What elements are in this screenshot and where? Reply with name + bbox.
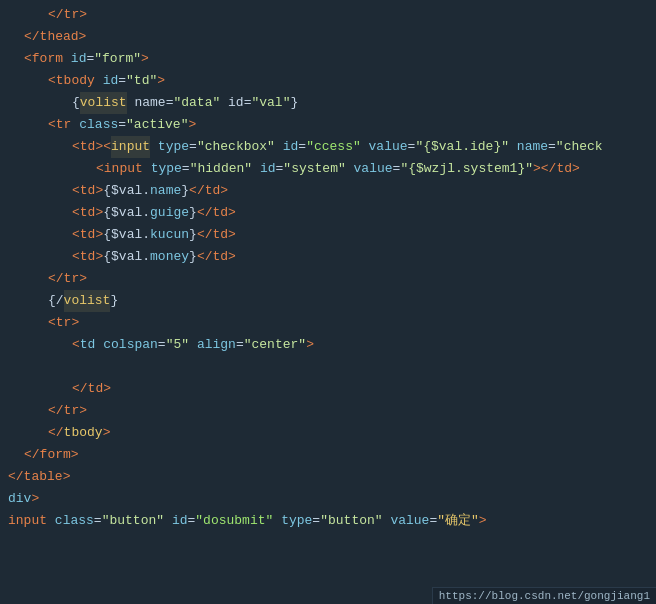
var-token: kucun [150, 224, 189, 246]
tag-token: </ [48, 422, 64, 444]
text-token [361, 136, 369, 158]
tag-token: < [24, 48, 32, 70]
text-token [164, 510, 172, 532]
url-text: https://blog.csdn.net/gongjiang1 [439, 590, 650, 602]
attr-token: type [281, 510, 312, 532]
attr-token: id [172, 510, 188, 532]
text-token: = [158, 334, 166, 356]
tag-token: > [71, 312, 79, 334]
value-token: "val" [251, 92, 290, 114]
attr-token: colspan [103, 334, 158, 356]
keyword-token: td [80, 202, 96, 224]
tag-token: </ [48, 400, 64, 422]
tag-token: < [48, 70, 56, 92]
confirm-value-token: "确定" [437, 510, 479, 532]
tag-token: </ [197, 202, 213, 224]
text-token [383, 510, 391, 532]
attr-token: id [283, 136, 299, 158]
tag-token: > [228, 224, 236, 246]
keyword-token: td [80, 246, 96, 268]
code-line: <form id="form"> [0, 48, 656, 70]
attr-token: id [103, 70, 119, 92]
tag-token: < [96, 158, 104, 180]
tag-token: > [228, 202, 236, 224]
tag-token: > [103, 378, 111, 400]
tag-token: > [188, 114, 196, 136]
value-token: "hidden" [190, 158, 252, 180]
text-token: { [72, 92, 80, 114]
text-token: = [182, 158, 190, 180]
text-token: = [94, 510, 102, 532]
value-token: "system" [283, 158, 345, 180]
code-line: <tr class="active"> [0, 114, 656, 136]
value-token: "data" [173, 92, 220, 114]
tag-token: </ [8, 466, 24, 488]
code-line: input class="button" id="dosubmit" type=… [0, 510, 656, 532]
keyword-token: td [212, 224, 228, 246]
text-token: } [189, 224, 197, 246]
keyword-token: td [80, 136, 96, 158]
text-token: } [189, 202, 197, 224]
tag-token: > [95, 224, 103, 246]
attr-token: value [390, 510, 429, 532]
code-line: <td>{$val.name}</td> [0, 180, 656, 202]
url-bar: https://blog.csdn.net/gongjiang1 [432, 587, 656, 604]
code-line: div> [0, 488, 656, 510]
text-token: } [189, 246, 197, 268]
value-token: "button" [320, 510, 382, 532]
keyword-token: td [212, 246, 228, 268]
value-token: "check [556, 136, 603, 158]
text-token: = [86, 48, 94, 70]
text-token: = [312, 510, 320, 532]
attr-token: id [260, 158, 276, 180]
var-token: guige [150, 202, 189, 224]
tag-token: > [71, 444, 79, 466]
text-token [189, 334, 197, 356]
code-line: </tbody> [0, 422, 656, 444]
tag-token: </ [189, 180, 205, 202]
text-token: {$val. [103, 180, 150, 202]
value-token: "{$wzjl.system1}" [400, 158, 533, 180]
tag-token: > [306, 334, 314, 356]
text-token [252, 158, 260, 180]
text-token: {$val. [103, 224, 150, 246]
value-token: "td" [126, 70, 157, 92]
value-token: "5" [166, 334, 189, 356]
tag-token: < [72, 202, 80, 224]
code-line: <input type="hidden" id="system" value="… [0, 158, 656, 180]
code-line: </td> [0, 378, 656, 400]
code-line: <td>{$val.guige}</td> [0, 202, 656, 224]
keyword-token: td [80, 180, 96, 202]
keyword-token: tbody [56, 70, 95, 92]
tag-token: </thead> [24, 26, 86, 48]
tag-token: > [228, 246, 236, 268]
tag-token: < [48, 312, 56, 334]
code-line: </table> [0, 466, 656, 488]
tag-token: > [79, 268, 87, 290]
id-dosubmit-token: "dosubmit" [195, 510, 273, 532]
text-token [71, 114, 79, 136]
keyword-token: td [80, 224, 96, 246]
text-token [143, 158, 151, 180]
text-token: = [298, 136, 306, 158]
volist-token: volist [80, 92, 127, 114]
tag-token: > [479, 510, 487, 532]
attr-token: id [71, 48, 87, 70]
text-token: id= [220, 92, 251, 114]
code-line: <td>{$val.money}</td> [0, 246, 656, 268]
keyword-token: tr [64, 268, 80, 290]
text-token: {/ [48, 290, 64, 312]
keyword-token: tr [56, 312, 72, 334]
code-line: </form> [0, 444, 656, 466]
code-line: {/volist} [0, 290, 656, 312]
text-token: } [290, 92, 298, 114]
tag-token: > [31, 488, 39, 510]
text-token: = [236, 334, 244, 356]
value-token: "form" [94, 48, 141, 70]
tag-token: < [72, 180, 80, 202]
text-token: = [118, 114, 126, 136]
keyword-token: tr [56, 114, 72, 136]
keyword-token: td [212, 202, 228, 224]
id-value-token: "ccess" [306, 136, 361, 158]
tag-token: > [95, 202, 103, 224]
